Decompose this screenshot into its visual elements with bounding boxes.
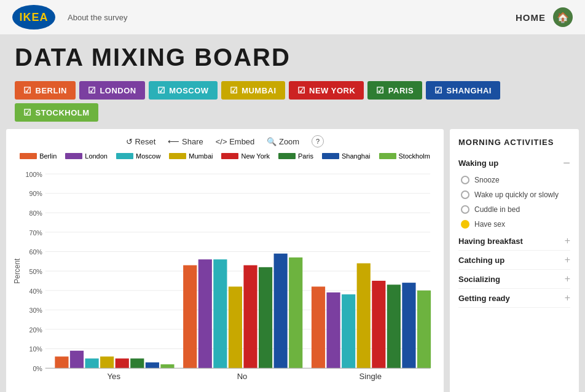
svg-rect-29	[146, 363, 159, 368]
zoom-button[interactable]: 🔍 Zoom	[267, 137, 299, 146]
city-check-mumbai: ☑	[230, 85, 238, 95]
activity-label-catching_up: Catching up	[458, 256, 505, 265]
radio-snooze[interactable]	[461, 176, 469, 184]
item-label-snooze: Snooze	[474, 176, 500, 184]
legend-color-mumbai	[169, 153, 186, 159]
legend-item-paris: Paris	[278, 152, 313, 160]
svg-text:20%: 20%	[29, 326, 42, 334]
activity-header-socializing[interactable]: Socializing+	[458, 270, 570, 289]
city-check-stockholm: ☑	[23, 108, 32, 117]
svg-rect-37	[259, 267, 272, 368]
legend-label-shanghai: Shanghai	[342, 152, 371, 160]
activity-header-catching_up[interactable]: Catching up+	[458, 251, 570, 270]
city-tab-mumbai[interactable]: ☑MUMBAI	[221, 81, 285, 100]
activity-header-getting_ready[interactable]: Getting ready+	[458, 289, 570, 308]
svg-rect-36	[243, 265, 257, 369]
ikea-logo-text: IKEA	[19, 11, 48, 24]
legend-label-new york: New York	[241, 152, 269, 160]
svg-text:10%: 10%	[29, 345, 42, 353]
item-label-have_sex: Have sex	[474, 220, 505, 229]
legend-item-new york: New York	[221, 152, 269, 160]
activity-item-snooze[interactable]: Snooze	[458, 173, 570, 187]
svg-rect-25	[85, 358, 98, 368]
activity-header-having_breakfast[interactable]: Having breakfast+	[458, 232, 570, 251]
svg-text:Percent: Percent	[13, 258, 22, 284]
activity-label-having_breakfast: Having breakfast	[458, 237, 523, 246]
header-right: HOME 🏠	[516, 7, 573, 27]
svg-text:Yes: Yes	[108, 372, 121, 381]
chart-toolbar: ↺ ↺ ResetReset ⟵ Share </> Embed 🔍 Zoom …	[12, 135, 438, 147]
plus-icon: +	[565, 292, 570, 304]
legend-label-stockholm: Stockholm	[399, 152, 430, 160]
svg-rect-26	[100, 356, 114, 368]
chart-container: ↺ ↺ ResetReset ⟵ Share </> Embed 🔍 Zoom …	[6, 129, 444, 392]
city-label-london: LONDON	[100, 86, 136, 95]
right-panel: MORNING ACTIVITIES Waking up−SnoozeWake …	[450, 129, 579, 392]
activity-item-have_sex[interactable]: Have sex	[458, 217, 570, 232]
plus-icon: +	[565, 254, 570, 265]
legend-label-paris: Paris	[298, 152, 313, 160]
share-button[interactable]: ⟵ Share	[168, 137, 203, 146]
legend-item-london: London	[65, 152, 108, 160]
about-survey-link[interactable]: About the survey	[68, 13, 128, 22]
ikea-logo: IKEA	[12, 5, 55, 29]
activity-section-getting_ready: Getting ready+	[458, 289, 570, 308]
reset-button[interactable]: ↺ ↺ ResetReset	[126, 137, 156, 146]
radio-wake_up[interactable]	[461, 190, 469, 199]
city-check-berlin: ☑	[23, 85, 32, 95]
svg-rect-32	[183, 265, 197, 369]
page-title: DATA MIXING BOARD	[15, 44, 570, 71]
activity-item-cuddle[interactable]: Cuddle in bed	[458, 202, 570, 217]
city-tab-paris[interactable]: ☑PARIS	[367, 81, 422, 100]
legend-color-shanghai	[322, 153, 339, 159]
svg-rect-45	[372, 281, 385, 368]
city-tab-moscow[interactable]: ☑MOSCOW	[149, 81, 218, 100]
help-button[interactable]: ?	[312, 135, 324, 147]
city-tab-new_york[interactable]: ☑NEW YORK	[289, 81, 364, 100]
svg-rect-41	[312, 286, 325, 368]
activity-item-wake_up[interactable]: Wake up quickly or slowly	[458, 187, 570, 202]
activity-label-getting_ready: Getting ready	[458, 294, 510, 303]
home-icon[interactable]: 🏠	[553, 7, 573, 27]
svg-text:No: No	[237, 372, 248, 381]
radio-cuddle[interactable]	[461, 205, 469, 214]
activity-section-waking_up: Waking up−SnoozeWake up quickly or slowl…	[458, 153, 570, 232]
city-check-shanghai: ☑	[434, 85, 443, 95]
city-tab-berlin[interactable]: ☑BERLIN	[15, 81, 76, 100]
minus-icon: −	[563, 157, 570, 169]
activity-label-socializing: Socializing	[458, 275, 500, 284]
legend-color-stockholm	[379, 153, 396, 159]
city-check-paris: ☑	[376, 85, 385, 95]
legend-label-berlin: Berlin	[39, 152, 57, 160]
legend-item-moscow: Moscow	[116, 152, 160, 160]
city-tab-london[interactable]: ☑LONDON	[79, 81, 145, 100]
city-label-new_york: NEW YORK	[309, 86, 355, 95]
city-tab-shanghai[interactable]: ☑SHANGHAI	[426, 81, 500, 100]
svg-rect-27	[116, 358, 129, 368]
city-tab-stockholm[interactable]: ☑STOCKHOLM	[15, 103, 98, 122]
activity-header-waking_up[interactable]: Waking up−	[458, 153, 570, 173]
svg-rect-44	[357, 264, 371, 369]
svg-text:40%: 40%	[29, 288, 42, 295]
legend-label-london: London	[85, 152, 108, 160]
svg-rect-33	[198, 259, 212, 368]
bar-chart: 100%90%80%70%60%50%40%30%20%10%0%Percent…	[12, 165, 438, 392]
svg-text:Single: Single	[359, 372, 382, 381]
radio-have_sex[interactable]	[461, 220, 469, 229]
svg-rect-47	[402, 283, 415, 368]
embed-button[interactable]: </> Embed	[216, 137, 255, 146]
legend-color-london	[65, 153, 82, 159]
legend-label-mumbai: Mumbai	[189, 152, 213, 160]
legend-color-moscow	[116, 153, 133, 159]
svg-rect-28	[130, 358, 144, 368]
item-label-wake_up: Wake up quickly or slowly	[474, 190, 559, 199]
svg-rect-24	[70, 351, 84, 368]
city-label-shanghai: SHANGHAI	[447, 86, 492, 95]
svg-text:50%: 50%	[29, 268, 42, 275]
svg-rect-38	[274, 254, 288, 369]
city-tabs: ☑BERLIN☑LONDON☑MOSCOW☑MUMBAI☑NEW YORK☑PA…	[0, 77, 585, 129]
plus-icon: +	[565, 273, 570, 284]
header: IKEA About the survey HOME 🏠	[0, 0, 585, 35]
svg-rect-43	[342, 294, 355, 368]
city-check-new_york: ☑	[297, 85, 306, 95]
